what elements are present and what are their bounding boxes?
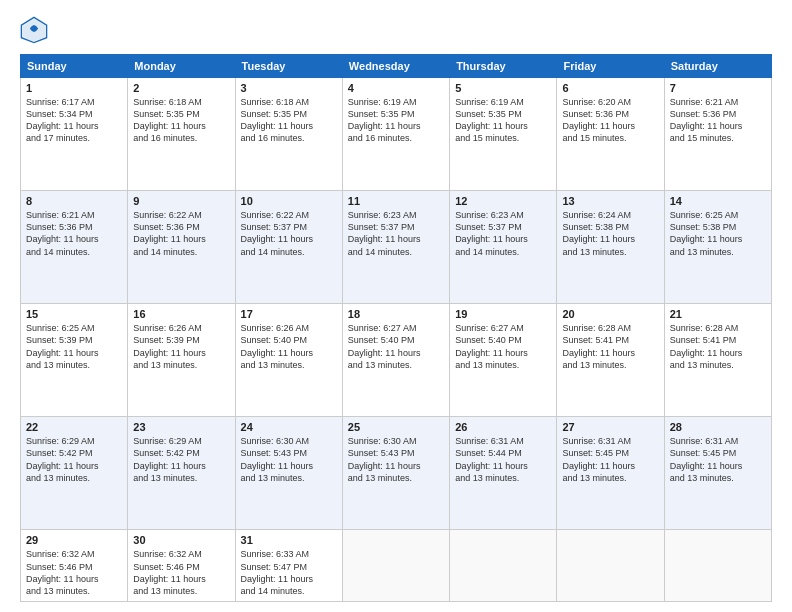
calendar-cell: 15Sunrise: 6:25 AMSunset: 5:39 PMDayligh… <box>21 304 128 417</box>
calendar-cell: 5Sunrise: 6:19 AMSunset: 5:35 PMDaylight… <box>450 78 557 191</box>
cell-info: Sunrise: 6:32 AMSunset: 5:46 PMDaylight:… <box>26 548 122 597</box>
calendar-cell: 19Sunrise: 6:27 AMSunset: 5:40 PMDayligh… <box>450 304 557 417</box>
day-number: 18 <box>348 308 444 320</box>
day-number: 1 <box>26 82 122 94</box>
calendar-cell: 8Sunrise: 6:21 AMSunset: 5:36 PMDaylight… <box>21 191 128 304</box>
cell-info: Sunrise: 6:31 AMSunset: 5:45 PMDaylight:… <box>562 435 658 484</box>
calendar-header-row: SundayMondayTuesdayWednesdayThursdayFrid… <box>21 55 772 78</box>
cell-info: Sunrise: 6:26 AMSunset: 5:40 PMDaylight:… <box>241 322 337 371</box>
cell-info: Sunrise: 6:19 AMSunset: 5:35 PMDaylight:… <box>455 96 551 145</box>
calendar-cell: 18Sunrise: 6:27 AMSunset: 5:40 PMDayligh… <box>342 304 449 417</box>
calendar-cell: 23Sunrise: 6:29 AMSunset: 5:42 PMDayligh… <box>128 417 235 530</box>
calendar-cell: 13Sunrise: 6:24 AMSunset: 5:38 PMDayligh… <box>557 191 664 304</box>
day-number: 10 <box>241 195 337 207</box>
logo-icon <box>20 16 48 44</box>
cell-info: Sunrise: 6:22 AMSunset: 5:37 PMDaylight:… <box>241 209 337 258</box>
cell-info: Sunrise: 6:27 AMSunset: 5:40 PMDaylight:… <box>455 322 551 371</box>
day-number: 13 <box>562 195 658 207</box>
day-number: 28 <box>670 421 766 433</box>
day-number: 6 <box>562 82 658 94</box>
cell-info: Sunrise: 6:30 AMSunset: 5:43 PMDaylight:… <box>348 435 444 484</box>
day-number: 8 <box>26 195 122 207</box>
calendar-cell: 14Sunrise: 6:25 AMSunset: 5:38 PMDayligh… <box>664 191 771 304</box>
calendar-table: SundayMondayTuesdayWednesdayThursdayFrid… <box>20 54 772 602</box>
cell-info: Sunrise: 6:25 AMSunset: 5:39 PMDaylight:… <box>26 322 122 371</box>
cell-info: Sunrise: 6:25 AMSunset: 5:38 PMDaylight:… <box>670 209 766 258</box>
calendar-week-1: 1Sunrise: 6:17 AMSunset: 5:34 PMDaylight… <box>21 78 772 191</box>
calendar-cell: 16Sunrise: 6:26 AMSunset: 5:39 PMDayligh… <box>128 304 235 417</box>
calendar-cell <box>342 530 449 602</box>
day-number: 27 <box>562 421 658 433</box>
calendar-cell <box>557 530 664 602</box>
weekday-header-monday: Monday <box>128 55 235 78</box>
cell-info: Sunrise: 6:24 AMSunset: 5:38 PMDaylight:… <box>562 209 658 258</box>
calendar-week-5: 29Sunrise: 6:32 AMSunset: 5:46 PMDayligh… <box>21 530 772 602</box>
cell-info: Sunrise: 6:17 AMSunset: 5:34 PMDaylight:… <box>26 96 122 145</box>
day-number: 12 <box>455 195 551 207</box>
cell-info: Sunrise: 6:23 AMSunset: 5:37 PMDaylight:… <box>455 209 551 258</box>
day-number: 24 <box>241 421 337 433</box>
calendar-cell: 9Sunrise: 6:22 AMSunset: 5:36 PMDaylight… <box>128 191 235 304</box>
weekday-header-thursday: Thursday <box>450 55 557 78</box>
calendar-cell: 1Sunrise: 6:17 AMSunset: 5:34 PMDaylight… <box>21 78 128 191</box>
calendar-cell: 2Sunrise: 6:18 AMSunset: 5:35 PMDaylight… <box>128 78 235 191</box>
header <box>20 16 772 44</box>
logo <box>20 16 52 44</box>
cell-info: Sunrise: 6:29 AMSunset: 5:42 PMDaylight:… <box>133 435 229 484</box>
calendar-cell <box>450 530 557 602</box>
calendar-week-3: 15Sunrise: 6:25 AMSunset: 5:39 PMDayligh… <box>21 304 772 417</box>
day-number: 14 <box>670 195 766 207</box>
cell-info: Sunrise: 6:33 AMSunset: 5:47 PMDaylight:… <box>241 548 337 597</box>
cell-info: Sunrise: 6:18 AMSunset: 5:35 PMDaylight:… <box>133 96 229 145</box>
cell-info: Sunrise: 6:23 AMSunset: 5:37 PMDaylight:… <box>348 209 444 258</box>
day-number: 20 <box>562 308 658 320</box>
weekday-header-saturday: Saturday <box>664 55 771 78</box>
calendar-cell: 30Sunrise: 6:32 AMSunset: 5:46 PMDayligh… <box>128 530 235 602</box>
calendar-cell: 10Sunrise: 6:22 AMSunset: 5:37 PMDayligh… <box>235 191 342 304</box>
calendar-cell: 24Sunrise: 6:30 AMSunset: 5:43 PMDayligh… <box>235 417 342 530</box>
cell-info: Sunrise: 6:28 AMSunset: 5:41 PMDaylight:… <box>670 322 766 371</box>
day-number: 4 <box>348 82 444 94</box>
calendar-cell: 25Sunrise: 6:30 AMSunset: 5:43 PMDayligh… <box>342 417 449 530</box>
calendar-cell: 31Sunrise: 6:33 AMSunset: 5:47 PMDayligh… <box>235 530 342 602</box>
calendar-cell: 7Sunrise: 6:21 AMSunset: 5:36 PMDaylight… <box>664 78 771 191</box>
weekday-header-wednesday: Wednesday <box>342 55 449 78</box>
day-number: 25 <box>348 421 444 433</box>
cell-info: Sunrise: 6:22 AMSunset: 5:36 PMDaylight:… <box>133 209 229 258</box>
cell-info: Sunrise: 6:18 AMSunset: 5:35 PMDaylight:… <box>241 96 337 145</box>
calendar-cell: 22Sunrise: 6:29 AMSunset: 5:42 PMDayligh… <box>21 417 128 530</box>
cell-info: Sunrise: 6:27 AMSunset: 5:40 PMDaylight:… <box>348 322 444 371</box>
calendar-week-2: 8Sunrise: 6:21 AMSunset: 5:36 PMDaylight… <box>21 191 772 304</box>
day-number: 30 <box>133 534 229 546</box>
calendar-cell: 12Sunrise: 6:23 AMSunset: 5:37 PMDayligh… <box>450 191 557 304</box>
calendar-cell: 28Sunrise: 6:31 AMSunset: 5:45 PMDayligh… <box>664 417 771 530</box>
day-number: 31 <box>241 534 337 546</box>
page: SundayMondayTuesdayWednesdayThursdayFrid… <box>0 0 792 612</box>
calendar-cell: 11Sunrise: 6:23 AMSunset: 5:37 PMDayligh… <box>342 191 449 304</box>
cell-info: Sunrise: 6:19 AMSunset: 5:35 PMDaylight:… <box>348 96 444 145</box>
day-number: 29 <box>26 534 122 546</box>
day-number: 16 <box>133 308 229 320</box>
cell-info: Sunrise: 6:20 AMSunset: 5:36 PMDaylight:… <box>562 96 658 145</box>
day-number: 3 <box>241 82 337 94</box>
cell-info: Sunrise: 6:32 AMSunset: 5:46 PMDaylight:… <box>133 548 229 597</box>
calendar-cell: 3Sunrise: 6:18 AMSunset: 5:35 PMDaylight… <box>235 78 342 191</box>
weekday-header-sunday: Sunday <box>21 55 128 78</box>
day-number: 2 <box>133 82 229 94</box>
calendar-cell: 27Sunrise: 6:31 AMSunset: 5:45 PMDayligh… <box>557 417 664 530</box>
cell-info: Sunrise: 6:30 AMSunset: 5:43 PMDaylight:… <box>241 435 337 484</box>
day-number: 19 <box>455 308 551 320</box>
calendar-cell: 21Sunrise: 6:28 AMSunset: 5:41 PMDayligh… <box>664 304 771 417</box>
cell-info: Sunrise: 6:31 AMSunset: 5:45 PMDaylight:… <box>670 435 766 484</box>
calendar-cell: 26Sunrise: 6:31 AMSunset: 5:44 PMDayligh… <box>450 417 557 530</box>
calendar-cell: 29Sunrise: 6:32 AMSunset: 5:46 PMDayligh… <box>21 530 128 602</box>
cell-info: Sunrise: 6:28 AMSunset: 5:41 PMDaylight:… <box>562 322 658 371</box>
cell-info: Sunrise: 6:29 AMSunset: 5:42 PMDaylight:… <box>26 435 122 484</box>
day-number: 15 <box>26 308 122 320</box>
cell-info: Sunrise: 6:21 AMSunset: 5:36 PMDaylight:… <box>26 209 122 258</box>
cell-info: Sunrise: 6:21 AMSunset: 5:36 PMDaylight:… <box>670 96 766 145</box>
day-number: 5 <box>455 82 551 94</box>
day-number: 17 <box>241 308 337 320</box>
calendar-cell: 17Sunrise: 6:26 AMSunset: 5:40 PMDayligh… <box>235 304 342 417</box>
weekday-header-tuesday: Tuesday <box>235 55 342 78</box>
